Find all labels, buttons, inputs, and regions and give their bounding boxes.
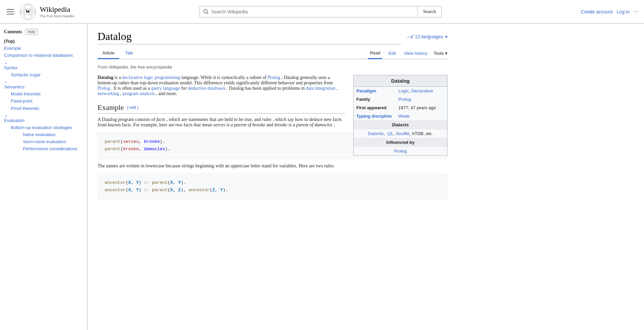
code-Z1: Z [178, 188, 181, 193]
infobox-first-appeared-label: First appeared [354, 104, 396, 112]
toc-link-proof-theoretic[interactable]: Proof-theoretic [11, 106, 83, 112]
code-block-2: ancestor(X, Y) :- parent(X, Y). ancestor… [98, 173, 448, 200]
code-fn-ancestor1: ancestor [105, 180, 126, 185]
language-icon: 𝒜 [408, 33, 413, 40]
networking-link[interactable]: networking [98, 91, 119, 96]
deductive-databases-link[interactable]: deductive databases [188, 86, 225, 91]
tab-read[interactable]: Read [368, 48, 382, 59]
tools-dropdown[interactable]: Tools ▾ [434, 51, 448, 56]
example-edit-link[interactable]: [ edit ] [127, 105, 138, 110]
infobox-souffle-link[interactable]: Soufflé [396, 131, 409, 136]
intro-text4: . It is often used as a [111, 86, 151, 91]
collapse-syntax-icon[interactable]: ⌄ [4, 60, 8, 65]
list-item: Bottom-up evaluation strategies [11, 125, 83, 131]
language-selector[interactable]: 𝒜 13 languages ▾ [408, 33, 448, 40]
toc-link-syntax[interactable]: Syntax [4, 65, 83, 71]
infobox-prolog-family-link[interactable]: Prolog [398, 97, 411, 102]
infobox-weak-link[interactable]: Weak [398, 114, 409, 119]
toc-link-syntactic-sugar[interactable]: Syntactic sugar [11, 72, 83, 78]
example-lowercase-text: The names are written in lowercase becau… [98, 163, 334, 168]
prolog-link-1[interactable]: Prolog [268, 75, 280, 80]
infobox-declarative-link[interactable]: Declarative [411, 88, 433, 93]
prolog-link-2[interactable]: Prolog [98, 86, 110, 91]
toc-link-performance[interactable]: Performance considerations [23, 146, 83, 152]
facts-italic: facts [156, 117, 165, 122]
infobox-prolog-influenced-link[interactable]: Prolog [394, 149, 407, 154]
toc-link-evaluation[interactable]: Evaluation [4, 118, 83, 124]
code-fn-parent2: parent [105, 147, 120, 152]
tab-right: Read Edit View history Tools ▾ [368, 48, 448, 59]
logo-link[interactable]: W Wikipedia The Free Encyclopedia [20, 3, 74, 20]
code-Y2: Y [178, 180, 181, 185]
declarative-logic-programming-link[interactable]: declarative logic programming [122, 75, 180, 80]
xerces-italic: xerces is a parent of brooke [213, 122, 265, 127]
tab-view-history[interactable]: View history [402, 48, 430, 58]
main-layout: Contents hide (Top) Example Comparison t… [0, 24, 644, 330]
infobox-dialects-header: Dialects [354, 120, 447, 129]
page-title-row: Datalog 𝒜 13 languages ▾ [98, 30, 448, 44]
infobox-row: Family Prolog [354, 95, 447, 104]
infobox-paradigm-label[interactable]: Paradigm [356, 88, 376, 93]
list-item: ⌄Evaluation Bottom-up evaluation strateg… [4, 113, 83, 152]
logo-text: Wikipedia The Free Encyclopedia [40, 5, 74, 18]
toc-link-bottom-up[interactable]: Bottom-up evaluation strategies [11, 125, 83, 131]
program-analysis-link[interactable]: program analysis [122, 91, 155, 96]
header-left: W Wikipedia The Free Encyclopedia [5, 3, 130, 20]
hide-toc-button[interactable]: hide [26, 29, 38, 35]
create-account-link[interactable]: Create account [581, 9, 613, 14]
toc-link-model-theoretic[interactable]: Model theoretic [11, 91, 83, 97]
code-X2: X [170, 180, 173, 185]
intro-text2: language. While it is syntactically a su… [181, 75, 268, 80]
toc-link-top[interactable]: (Top) [4, 38, 83, 44]
infobox-logic-link[interactable]: Logic [398, 88, 409, 93]
toc-link-fixed-point[interactable]: Fixed-point [11, 98, 83, 104]
infobox-datomic-link[interactable]: Datomic [368, 131, 384, 136]
query-language-link[interactable]: query language [151, 86, 180, 91]
tab-talk[interactable]: Talk [120, 48, 138, 59]
rules-italic: rules [262, 117, 272, 122]
collapse-semantics-icon[interactable]: ⌄ [4, 79, 8, 84]
example-section-header: Example [ edit ] [98, 103, 345, 114]
log-in-link[interactable]: Log in [617, 9, 630, 14]
search-input-wrap [200, 6, 418, 17]
from-wikipedia-text: From Wikipedia, the free encyclopedia [98, 65, 448, 70]
code-X4: X [170, 188, 173, 193]
hamburger-menu-button[interactable] [5, 8, 15, 16]
code-Y1: Y [136, 180, 139, 185]
infobox-family-label: Family [354, 95, 396, 104]
list-item: Syntactic sugar [11, 72, 83, 78]
tools-chevron-icon: ▾ [445, 51, 448, 56]
code-fn-ancestor2: ancestor [105, 188, 126, 193]
languages-link[interactable]: 13 languages [415, 34, 443, 39]
infobox-typing-label[interactable]: Typing discipline [356, 114, 392, 119]
code-X3: X [128, 188, 131, 193]
toc-link-example[interactable]: Example [4, 45, 83, 51]
header: W Wikipedia The Free Encyclopedia Search… [0, 0, 644, 24]
logo-title: Wikipedia [40, 5, 74, 14]
infobox-row: Typing discipline Weak [354, 112, 447, 120]
infobox-title: Datalog [354, 75, 447, 87]
toc-link-semantics[interactable]: Semantics [4, 84, 83, 90]
code-brooke1: brooke [144, 139, 160, 144]
list-item: ⌄Semantics Model theoretic Fixed-point P… [4, 79, 83, 112]
toc-link-semi-naive[interactable]: Semi-naïve evaluation [23, 139, 83, 145]
svg-line-6 [207, 12, 208, 14]
search-input[interactable] [211, 9, 414, 14]
infobox-ql-link[interactable]: .QL [386, 131, 393, 136]
data-integration-link[interactable]: data integration [306, 86, 335, 91]
infobox-influenced-value: Prolog [354, 147, 447, 155]
code-fn-parent1: parent [105, 139, 120, 144]
list-item: Naïve evaluation [23, 132, 83, 138]
collapse-evaluation-icon[interactable]: ⌄ [4, 113, 8, 118]
toc-link-naive[interactable]: Naïve evaluation [23, 132, 83, 138]
tab-edit[interactable]: Edit [386, 48, 398, 58]
tab-article[interactable]: Article [98, 48, 119, 59]
logo-subtitle: The Free Encyclopedia [40, 14, 74, 18]
search-button[interactable]: Search [418, 6, 442, 17]
infobox-paradigm-value: Logic, Declarative [396, 87, 447, 95]
toc-link-comparison[interactable]: Comparison to relational databases [4, 52, 83, 58]
code-fn-ancestor3: ancestor [189, 188, 210, 193]
code-X1: X [128, 180, 131, 185]
more-options-button[interactable]: ··· [634, 8, 639, 15]
contents-label: Contents [4, 29, 22, 35]
